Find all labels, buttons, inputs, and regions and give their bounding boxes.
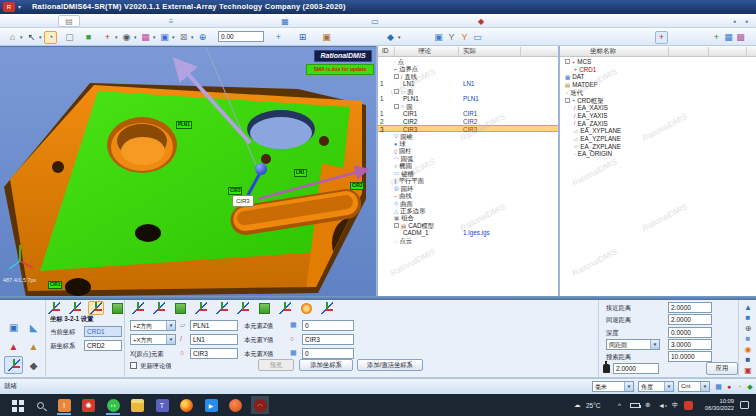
feature-row[interactable]: 1PLN1PLN1 — [378, 95, 558, 102]
coord-row[interactable]: -+CRD框架 — [560, 97, 756, 104]
record-icon[interactable]: ● — [725, 382, 734, 391]
notification-center-icon[interactable] — [740, 394, 749, 416]
taskbar-mail-icon[interactable]: ! — [55, 396, 73, 414]
feature-filter-icon[interactable]: ◆▾ — [384, 30, 401, 44]
quick-access-caret-icon[interactable]: ▾ — [18, 0, 21, 14]
coord-method-13-icon[interactable] — [298, 301, 314, 315]
expander-icon[interactable]: - — [565, 59, 570, 64]
add-coord-button[interactable]: 添加坐标系 — [299, 359, 353, 371]
feature-row[interactable]: 1CIR1CIR1 — [378, 110, 558, 117]
coord-method-7-icon[interactable] — [172, 301, 188, 315]
coord-row[interactable]: ▱EA_ZXPLANE — [560, 143, 756, 150]
probe-value-field[interactable]: 2.0000 — [613, 363, 659, 374]
app-icon[interactable]: R — [3, 2, 15, 12]
render-mode-icon-caret[interactable]: ▾ — [153, 34, 156, 40]
feature-row[interactable]: ◠圆弧 — [378, 155, 558, 162]
unit-angle-dropdown[interactable]: 角度▼ — [638, 381, 674, 392]
feature-row[interactable]: -▱面 — [378, 88, 558, 95]
snapshot-icon[interactable]: ▣▾ — [158, 30, 175, 44]
expander-icon[interactable]: - — [394, 223, 399, 228]
battery-icon[interactable] — [630, 394, 640, 416]
value-field[interactable]: 0 — [302, 348, 354, 359]
counterbore-circle[interactable] — [107, 117, 177, 173]
chevron-down-icon[interactable]: ▼ — [700, 382, 709, 391]
element-field[interactable]: CIR3 — [190, 348, 238, 359]
probe-sphere[interactable] — [255, 163, 267, 175]
feature-row[interactable]: ▣组合 — [378, 214, 558, 221]
taskbar-firefox-icon[interactable] — [178, 396, 196, 414]
filter-funnel-icon[interactable]: Y — [445, 30, 458, 44]
feature-label-ln1[interactable]: LN1 — [294, 169, 307, 177]
element-field[interactable]: LN1 — [190, 334, 238, 345]
current-coord-field[interactable]: CRD1 — [84, 326, 122, 337]
select-cursor-icon-caret[interactable]: ▾ — [39, 34, 42, 40]
feature-row[interactable]: -▤CAD模型 — [378, 222, 558, 229]
feature-row[interactable]: △正多边形 — [378, 207, 558, 214]
coord-method-14-icon[interactable] — [319, 301, 335, 315]
feature-row[interactable]: ∴点云 — [378, 237, 558, 244]
feature-row[interactable]: 1LN1LN1 — [378, 80, 558, 87]
filter-funnel-orange-icon[interactable]: Y — [458, 30, 471, 44]
add-activate-coord-button[interactable]: 添加/激活坐标系 — [357, 359, 423, 371]
feature-row[interactable]: ▯圆柱 — [378, 147, 558, 154]
param-field[interactable]: 2.0000 — [668, 302, 712, 313]
feature-row[interactable]: ●球 — [378, 140, 558, 147]
direction-dropdown[interactable]: +X方向▼ — [130, 334, 176, 345]
render-mode-icon[interactable]: ▦▾ — [139, 30, 156, 44]
minimize-strip-icon[interactable]: ▪ — [730, 15, 740, 27]
tray-app-icon[interactable] — [684, 394, 693, 416]
ime-indicator[interactable]: 中 — [672, 394, 679, 416]
expander-icon[interactable]: - — [565, 98, 570, 103]
home-icon[interactable]: ⌂▾ — [6, 30, 23, 44]
coord-row[interactable]: /EA_XAXIS — [560, 104, 756, 111]
chevron-down-icon[interactable]: ▼ — [624, 382, 633, 391]
home-icon-caret[interactable]: ▾ — [20, 34, 23, 40]
screen-icon[interactable]: ▭ — [471, 30, 484, 44]
param-field[interactable]: 10.0000 — [668, 351, 712, 362]
coord-row[interactable]: /EA_YAXIS — [560, 112, 756, 119]
coord-method-3-icon[interactable] — [88, 301, 104, 315]
view-eye-icon-caret[interactable]: ▾ — [134, 34, 137, 40]
delete-icon-caret[interactable]: ▾ — [191, 34, 194, 40]
view-eye-icon[interactable]: ◉▾ — [120, 30, 137, 44]
expander-icon[interactable]: - — [394, 104, 399, 109]
snapshot-icon-caret[interactable]: ▾ — [172, 34, 175, 40]
unit-length-dropdown[interactable]: 毫米▼ — [592, 381, 634, 392]
communication-tab[interactable]: ▭ — [364, 15, 386, 27]
coord-row[interactable]: ▱EA_XYPLANE — [560, 127, 756, 134]
coord-row[interactable]: ▦DAT — [560, 73, 756, 80]
zoom-fit-icon[interactable]: ⊞ — [296, 30, 309, 44]
triad-tool-icon[interactable] — [4, 356, 23, 374]
gear-orange-icon[interactable]: ◉ — [741, 344, 755, 354]
rotate-view-icon[interactable]: ◔ — [44, 30, 57, 44]
coord-row[interactable]: +CRD1 — [560, 66, 756, 73]
feature-row[interactable]: ∥平行平面 — [378, 177, 558, 184]
align-plane-icon[interactable]: ◣ — [24, 318, 43, 336]
feature-row[interactable]: -/直线 — [378, 73, 558, 80]
chevron-down-icon[interactable]: ▼ — [166, 335, 175, 344]
feature-label-pln1[interactable]: PLN1 — [176, 121, 192, 129]
taskbar-search-icon[interactable] — [31, 396, 49, 414]
param-field[interactable]: 3.0000 — [668, 339, 712, 350]
coord-method-12-icon[interactable] — [277, 301, 293, 315]
feature-row[interactable]: ·点 — [378, 58, 558, 65]
weather-icon[interactable]: ☁ — [574, 394, 581, 416]
color-settings-tab[interactable]: ◆ — [470, 15, 492, 27]
probe-red-icon[interactable]: ▲ — [4, 337, 23, 355]
cube-dark-icon[interactable]: ■ — [741, 355, 755, 365]
value-field[interactable]: CIR3 — [302, 334, 354, 345]
coord-system-icon[interactable]: + — [655, 30, 668, 44]
timer-icon[interactable]: ◔ — [735, 382, 744, 391]
new-coord-field[interactable]: CRD2 — [84, 340, 122, 351]
report-grid-tab[interactable]: ▦ — [274, 15, 296, 27]
feature-row[interactable]: ◇曲面 — [378, 200, 558, 207]
taskbar-file-explorer-icon[interactable] — [129, 396, 147, 414]
expander-icon[interactable]: - — [394, 74, 399, 79]
chevron-down-icon[interactable]: ▼ — [664, 382, 673, 391]
tray-chevron-icon[interactable]: ^ — [618, 394, 621, 416]
unit-count-dropdown[interactable]: Cnt▼ — [678, 381, 710, 392]
taskbar-wechat-icon[interactable]: ◖◗ — [104, 396, 122, 414]
param-field[interactable]: 2.0000 — [668, 314, 712, 325]
feature-row[interactable]: ▭键槽 — [378, 170, 558, 177]
coord-method-1-icon[interactable] — [46, 301, 62, 315]
